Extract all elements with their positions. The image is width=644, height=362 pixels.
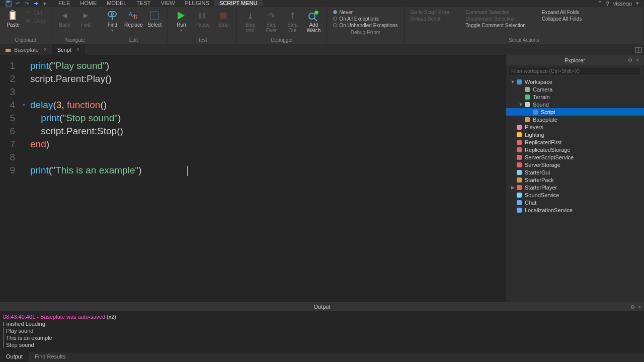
uncomment-selection-button[interactable]: Uncomment Selection: [465, 16, 526, 22]
step-over-icon: ↷: [266, 10, 277, 21]
select-button[interactable]: Select: [144, 8, 165, 28]
save-icon[interactable]: [5, 0, 12, 7]
collapse-folds-button[interactable]: Collapse All Folds: [542, 16, 582, 22]
close-tab-icon[interactable]: ×: [44, 47, 47, 52]
code-area[interactable]: print("Play sound")script.Parent:Play()d…: [27, 55, 505, 302]
tree-item-script[interactable]: Script: [506, 108, 644, 116]
tree-item-startergui[interactable]: StarterGui: [506, 168, 644, 176]
tree-item-serverstorage[interactable]: ServerStorage: [506, 161, 644, 168]
menu-model[interactable]: MODEL: [102, 0, 131, 6]
expand-folds-button[interactable]: Expand All Folds: [542, 10, 582, 15]
close-tab-icon[interactable]: ×: [76, 47, 79, 52]
tree-item-chat[interactable]: Chat: [506, 199, 644, 206]
reload-script-button[interactable]: Reload Script: [411, 16, 450, 22]
unhandled-exceptions-radio[interactable]: On Unhandled Exceptions: [333, 23, 397, 28]
explorer-pin-icon[interactable]: ⚙: [628, 57, 634, 63]
tree-item-workspace[interactable]: ▼Workspace: [506, 78, 644, 85]
fwd-button[interactable]: ►Fwd: [75, 8, 96, 28]
run-button[interactable]: Run▾: [171, 8, 191, 33]
qat-more-icon[interactable]: [32, 0, 39, 7]
comment-selection-button[interactable]: Comment Selection: [465, 10, 526, 15]
tree-item-replicatedfirst[interactable]: ReplicatedFirst: [506, 138, 644, 146]
find-button[interactable]: Find▾: [102, 8, 122, 33]
svg-rect-24: [525, 102, 530, 107]
fold-column[interactable]: ▾: [20, 55, 27, 302]
terrain-icon: [524, 94, 531, 101]
svg-rect-26: [525, 117, 530, 122]
menu-view[interactable]: VIEW: [155, 0, 180, 6]
back-button[interactable]: ◄Back: [54, 8, 74, 28]
menu-test[interactable]: TEST: [131, 0, 155, 6]
collapse-ribbon-icon[interactable]: ⌃: [598, 0, 602, 7]
add-watch-button[interactable]: +Add Watch: [303, 8, 324, 33]
svg-rect-1: [7, 1, 10, 3]
pack-icon: [516, 176, 523, 184]
copy-button[interactable]: ⧉Copy: [24, 17, 48, 24]
svg-rect-35: [517, 185, 522, 190]
stop-button[interactable]: Stop: [213, 8, 233, 28]
ribbon-group-test: Run▾ Pause Stop Test: [168, 7, 237, 44]
tree-item-camera[interactable]: Camera: [506, 85, 644, 93]
undo-icon[interactable]: ↶: [14, 0, 21, 7]
svg-rect-22: [525, 87, 530, 92]
redo-icon[interactable]: ↷: [23, 0, 30, 7]
step-into-button[interactable]: ⤓Step Into: [240, 8, 260, 33]
tree-item-sound[interactable]: ▼Sound: [506, 101, 644, 108]
ribbon-group-clipboard: Paste ✂Cut ⧉Copy Clipboard: [0, 7, 51, 44]
explorer-panel: Explorer ⚙× ▼WorkspaceCameraTerrain▼Soun…: [505, 55, 644, 302]
tree-item-players[interactable]: Players: [506, 123, 644, 131]
menu-home[interactable]: HOME: [75, 0, 102, 6]
svg-rect-38: [517, 208, 522, 213]
tree-item-lighting[interactable]: Lighting: [506, 131, 644, 138]
tree-item-baseplate[interactable]: Baseplate: [506, 116, 644, 123]
output-tab-output[interactable]: Output: [0, 352, 29, 362]
output-line: Play sound: [3, 327, 641, 334]
tree-item-terrain[interactable]: Terrain: [506, 93, 644, 101]
output-pin-icon[interactable]: ⚙: [630, 304, 635, 310]
tree-item-starterpack[interactable]: StarterPack: [506, 176, 644, 184]
tree-item-localizationservice[interactable]: LocalizationService: [506, 206, 644, 214]
tree-item-replicatedstorage[interactable]: ReplicatedStorage: [506, 146, 644, 153]
explorer-tree[interactable]: ▼WorkspaceCameraTerrain▼SoundScriptBasep…: [506, 77, 644, 302]
menu-file[interactable]: FILE: [53, 0, 75, 6]
group-label-debug-errors: Debug Errors: [330, 30, 400, 36]
cut-button[interactable]: ✂Cut: [24, 9, 48, 16]
goto-script-error-button[interactable]: Go to Script Error: [411, 10, 450, 15]
qat-dropdown-icon[interactable]: ▾: [41, 0, 48, 7]
help-icon[interactable]: ?: [606, 1, 609, 7]
output-close-icon[interactable]: ×: [638, 304, 641, 310]
paste-button[interactable]: Paste: [3, 8, 23, 28]
menu-script-menu[interactable]: SCRIPT MENU: [214, 0, 263, 6]
code-editor[interactable]: 123456789 ▾ print("Play sound")script.Pa…: [0, 55, 505, 302]
tree-item-starterplayer[interactable]: ▶StarterPlayer: [506, 184, 644, 191]
toggle-comment-button[interactable]: Toggle Comment Selection: [465, 23, 526, 28]
svg-rect-30: [517, 147, 522, 152]
tab-script[interactable]: Script ×: [52, 44, 85, 55]
replace-button[interactable]: ABReplace: [123, 8, 143, 28]
step-over-button[interactable]: ↷Step Over: [261, 8, 281, 33]
tab-baseplate[interactable]: Baseplate ×: [0, 44, 52, 55]
tree-item-serverscriptservice[interactable]: ServerScriptService: [506, 153, 644, 161]
split-view-icon[interactable]: [633, 44, 644, 55]
select-icon: [149, 10, 160, 21]
svg-rect-33: [517, 170, 522, 175]
run-icon: [176, 10, 187, 21]
pause-button[interactable]: Pause: [192, 8, 212, 28]
folder-icon: [516, 154, 523, 161]
never-radio[interactable]: Never: [333, 10, 397, 15]
user-dropdown-icon[interactable]: ▾: [636, 0, 639, 7]
tree-item-soundservice[interactable]: SoundService: [506, 191, 644, 199]
chat-icon: [516, 199, 523, 206]
filter-workspace-input[interactable]: [509, 67, 641, 75]
folder-icon: [516, 139, 523, 146]
menu-plugins[interactable]: PLUGINS: [180, 0, 214, 6]
step-out-button[interactable]: ⤒Step Out: [282, 8, 302, 33]
svg-line-15: [314, 18, 317, 21]
player-icon: [516, 184, 523, 191]
output-tab-find[interactable]: Find Results: [29, 352, 71, 362]
output-body[interactable]: 08:43:40.401 - Baseplate was auto-saved …: [0, 311, 644, 352]
add-watch-icon: +: [308, 10, 319, 21]
all-exceptions-radio[interactable]: On All Exceptions: [333, 16, 397, 22]
explorer-close-icon[interactable]: ×: [636, 57, 642, 63]
group-label-clipboard: Clipboard: [3, 37, 48, 44]
